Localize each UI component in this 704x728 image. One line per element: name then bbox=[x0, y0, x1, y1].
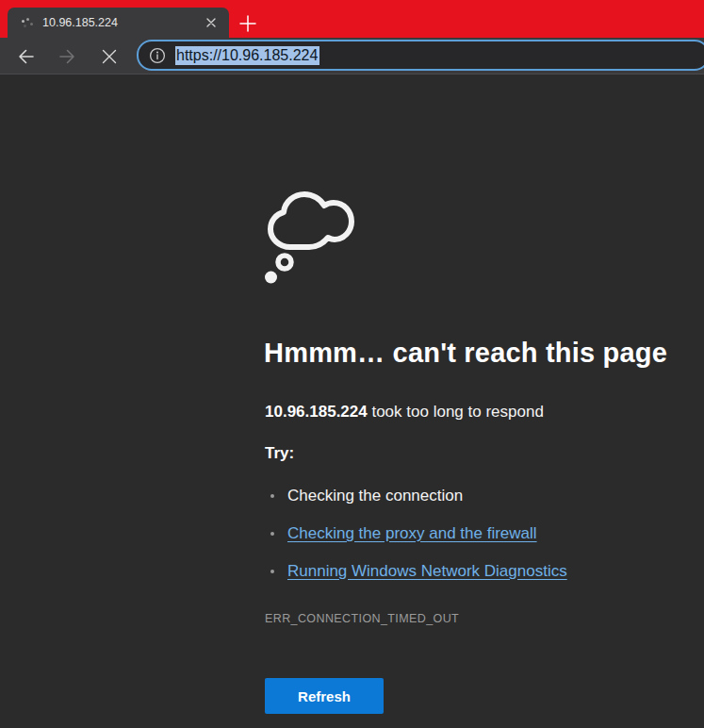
proxy-firewall-link[interactable]: Checking the proxy and the firewall bbox=[287, 524, 537, 543]
back-button[interactable] bbox=[16, 46, 37, 67]
error-title: Hmmm… can't reach this page bbox=[264, 331, 697, 374]
error-subtitle-text: took too long to respond bbox=[368, 403, 544, 421]
suggestion-item: Checking the proxy and the firewall bbox=[264, 524, 567, 545]
url-selected-text: https://10.96.185.224 bbox=[175, 46, 319, 65]
address-bar[interactable]: https://10.96.185.224 bbox=[137, 40, 704, 71]
error-subtitle: 10.96.185.224 took too long to respond bbox=[265, 400, 544, 424]
network-diagnostics-link[interactable]: Running Windows Network Diagnostics bbox=[287, 562, 567, 581]
url-input[interactable]: https://10.96.185.224 bbox=[175, 47, 319, 64]
tab-strip: 10.96.185.224 bbox=[0, 0, 704, 38]
error-host: 10.96.185.224 bbox=[265, 403, 368, 421]
tab-active[interactable]: 10.96.185.224 bbox=[8, 8, 229, 38]
site-info-icon[interactable] bbox=[149, 47, 166, 64]
try-label: Try: bbox=[265, 444, 294, 463]
tab-close-icon[interactable] bbox=[203, 14, 220, 31]
navigation-toolbar: https://10.96.185.224 bbox=[0, 38, 704, 74]
refresh-button[interactable]: Refresh bbox=[265, 678, 384, 714]
forward-button[interactable] bbox=[57, 46, 77, 67]
loading-spinner-icon bbox=[21, 16, 34, 29]
suggestion-list: Checking the connection Checking the pro… bbox=[264, 487, 567, 600]
bullet-icon bbox=[270, 532, 274, 536]
browser-window: 10.96.185.224 htt bbox=[0, 0, 704, 728]
new-tab-button[interactable] bbox=[237, 13, 258, 34]
bullet-icon bbox=[270, 570, 274, 573]
thought-bubble-icon bbox=[264, 187, 356, 286]
stop-button[interactable] bbox=[99, 46, 120, 67]
bullet-icon bbox=[270, 494, 274, 498]
error-page: Hmmm… can't reach this page 10.96.185.22… bbox=[0, 74, 704, 728]
suggestion-text: Checking the connection bbox=[287, 487, 463, 505]
suggestion-item: Checking the connection bbox=[264, 487, 567, 507]
suggestion-item: Running Windows Network Diagnostics bbox=[264, 562, 567, 583]
tab-title: 10.96.185.224 bbox=[42, 16, 203, 29]
error-code: ERR_CONNECTION_TIMED_OUT bbox=[265, 612, 459, 625]
